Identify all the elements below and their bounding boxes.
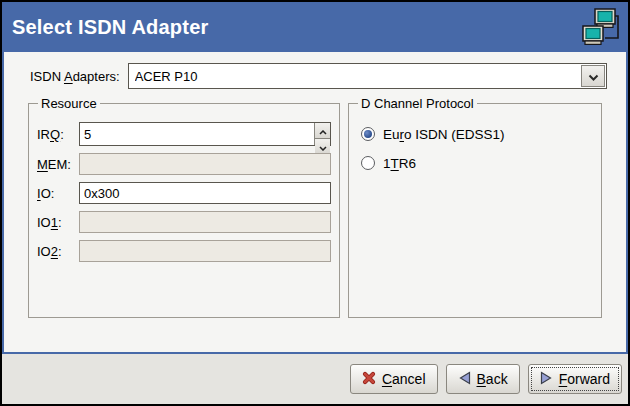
back-computer [595,9,615,27]
irq-spinner[interactable] [79,122,331,146]
io-input[interactable] [79,182,331,204]
isdn-adapters-label: ISDN Adapters: [30,69,120,84]
radio-euro-isdn-label: Euro ISDN (EDSS1) [383,127,505,142]
irq-spin-down-button[interactable] [315,139,330,154]
right-arrow-icon [540,371,553,388]
irq-input[interactable] [80,123,314,145]
resource-legend: Resource [38,96,100,111]
chevron-down-icon [588,69,599,84]
red-x-icon [362,371,376,388]
io1-input [79,211,331,233]
io-row: IO: [37,182,331,204]
io1-row: IO1: [37,211,331,233]
forward-button[interactable]: Forward [528,364,622,394]
radio-unselected-icon [361,156,375,170]
io2-row: IO2: [37,240,331,262]
resource-fieldset: Resource IRQ: MEM: I [28,96,340,318]
adapter-row: ISDN Adapters: [30,63,607,89]
d-channel-protocol-fieldset: D Channel Protocol Euro ISDN (EDSS1) 1TR… [348,96,602,318]
radio-1tr6[interactable]: 1TR6 [361,153,593,173]
forward-button-label: Forward [559,371,610,387]
cancel-button[interactable]: Cancel [350,364,438,394]
irq-spin-up-button[interactable] [315,123,330,139]
irq-label: IRQ: [37,127,79,142]
io-label: IO: [37,186,79,201]
page-title: Select ISDN Adapter [12,16,580,39]
back-button-label: Back [477,371,508,387]
dialog-content: ISDN Adapters: Resource IRQ: [2,52,628,354]
combobox-dropdown-button[interactable] [581,65,605,87]
irq-spin-buttons [314,123,330,145]
radio-selected-icon [361,127,375,141]
chevron-down-icon [319,139,327,154]
isdn-adapter-combobox[interactable] [128,63,607,89]
cancel-button-label: Cancel [382,371,426,387]
isdn-adapter-value[interactable] [129,64,580,88]
left-arrow-icon [458,371,471,388]
titlebar: Select ISDN Adapter [2,2,628,52]
irq-row: IRQ: [37,122,331,146]
front-computer [583,26,603,44]
radio-euro-isdn[interactable]: Euro ISDN (EDSS1) [361,124,593,144]
network-computers-icon [580,6,622,48]
io2-input [79,240,331,262]
dialog-button-bar: Cancel Back Forward [2,354,628,404]
io1-label: IO1: [37,215,79,230]
mem-input [79,153,331,175]
io2-label: IO2: [37,244,79,259]
mem-row: MEM: [37,153,331,175]
fieldset-columns: Resource IRQ: MEM: I [28,96,602,318]
radio-1tr6-label: 1TR6 [383,156,416,171]
chevron-up-icon [319,123,327,138]
mem-label: MEM: [37,157,79,172]
d-channel-protocol-legend: D Channel Protocol [358,96,477,111]
select-isdn-adapter-dialog: Select ISDN Adapter ISDN Adapters: [0,0,630,406]
back-button[interactable]: Back [446,364,520,394]
